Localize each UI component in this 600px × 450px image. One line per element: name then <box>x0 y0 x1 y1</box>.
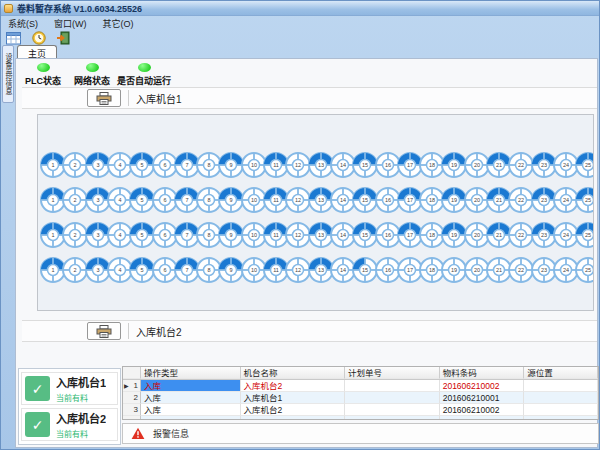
table-cell[interactable] <box>345 416 440 420</box>
svg-text:15: 15 <box>362 162 368 168</box>
column-header[interactable]: 机台名称 <box>241 367 346 379</box>
table-cell[interactable]: 入库机台1 <box>241 392 346 404</box>
operations-table[interactable]: 操作类型机台名称计划单号物料条码源位置▶1入库入库机台2201606210002… <box>122 366 599 420</box>
svg-text:20: 20 <box>474 162 480 168</box>
svg-text:6: 6 <box>163 162 166 168</box>
status-light-icon <box>37 63 50 72</box>
table-cell[interactable] <box>524 392 598 404</box>
table-cell[interactable]: 201606210001 <box>440 392 525 404</box>
table-row[interactable]: 4 <box>123 416 598 420</box>
status-indicator: PLC状态 <box>20 60 66 87</box>
column-header[interactable]: 物料条码 <box>440 367 525 379</box>
alarm-label: 报警信息 <box>153 427 189 440</box>
table-cell[interactable]: 入库 <box>141 380 241 392</box>
table-header-row: 操作类型机台名称计划单号物料条码源位置 <box>123 367 598 380</box>
svg-text:19: 19 <box>451 197 457 203</box>
check-icon: ✓ <box>25 412 50 437</box>
machine-card-title: 入库机台2 <box>56 410 106 426</box>
svg-text:16: 16 <box>384 232 390 238</box>
table-cell[interactable]: 201606210002 <box>440 404 525 416</box>
svg-text:9: 9 <box>230 232 233 238</box>
print-button-machine1[interactable] <box>87 89 121 107</box>
svg-text:15: 15 <box>362 232 368 238</box>
printer-icon <box>96 325 112 338</box>
svg-text:15: 15 <box>362 267 368 273</box>
status-row: PLC状态网络状态是否自动运行 <box>20 60 170 87</box>
table-cell[interactable] <box>345 404 440 416</box>
svg-text:10: 10 <box>251 197 257 203</box>
svg-text:6: 6 <box>163 197 166 203</box>
table-cell[interactable] <box>524 380 598 392</box>
table-cell[interactable]: 入库机台2 <box>241 404 346 416</box>
menubar: 系统(S) 窗口(W) 其它(O) <box>1 17 600 29</box>
status-label: 是否自动运行 <box>117 74 171 87</box>
alarm-bar: 报警信息 <box>122 423 599 444</box>
svg-text:21: 21 <box>496 267 502 273</box>
check-icon: ✓ <box>25 376 50 401</box>
clock-icon[interactable] <box>30 31 47 45</box>
main-panel: PLC状态网络状态是否自动运行 入库机台1 123456789101112131… <box>15 58 598 448</box>
slot-circle-r4-25: 25 <box>574 256 594 284</box>
svg-text:5: 5 <box>141 232 144 238</box>
svg-text:14: 14 <box>340 197 346 203</box>
machine-card-status: 当前有料 <box>56 428 106 439</box>
machine2-title: 入库机台2 <box>136 324 182 339</box>
svg-text:2: 2 <box>74 162 77 168</box>
column-header[interactable]: 源位置 <box>524 367 598 379</box>
table-cell[interactable]: 入库机台2 <box>241 380 346 392</box>
svg-text:12: 12 <box>295 232 301 238</box>
warning-icon <box>131 427 145 440</box>
table-cell[interactable] <box>440 416 525 420</box>
menu-system[interactable]: 系统(S) <box>8 17 38 30</box>
svg-text:11: 11 <box>273 267 279 273</box>
svg-text:25: 25 <box>585 197 591 203</box>
table-cell[interactable]: 201606210002 <box>440 380 525 392</box>
menu-window[interactable]: 窗口(W) <box>54 17 87 30</box>
table-row[interactable]: ▶1入库入库机台2201606210002 <box>123 380 598 392</box>
table-row[interactable]: 3入库入库机台2201606210002 <box>123 404 598 416</box>
tabstrip: 主页 <box>17 45 57 58</box>
row-header: 2 <box>123 392 141 404</box>
table-cell[interactable] <box>241 416 346 420</box>
svg-text:9: 9 <box>230 162 233 168</box>
machine1-title: 入库机台1 <box>136 91 182 106</box>
machine-status-cards: ✓入库机台1当前有料✓入库机台2当前有料 <box>18 368 121 445</box>
header-separator <box>128 323 129 339</box>
table-cell[interactable] <box>524 404 598 416</box>
svg-text:7: 7 <box>185 197 188 203</box>
column-header[interactable]: 计划单号 <box>345 367 440 379</box>
svg-text:4: 4 <box>118 267 121 273</box>
row-number: 3 <box>134 404 138 416</box>
svg-text:5: 5 <box>141 197 144 203</box>
table-cell[interactable] <box>345 380 440 392</box>
status-light-icon <box>86 63 99 72</box>
svg-text:23: 23 <box>541 267 547 273</box>
exit-icon[interactable] <box>55 31 72 45</box>
table-cell[interactable] <box>524 416 598 420</box>
svg-text:5: 5 <box>141 267 144 273</box>
svg-text:9: 9 <box>230 267 233 273</box>
slot-circle-r3-25: 25 <box>574 221 594 249</box>
svg-text:22: 22 <box>518 232 524 238</box>
calendar-icon[interactable] <box>5 31 22 45</box>
svg-text:4: 4 <box>118 232 121 238</box>
svg-text:6: 6 <box>163 267 166 273</box>
row-header: ▶1 <box>123 380 141 392</box>
tab-home[interactable]: 主页 <box>17 45 57 58</box>
svg-text:8: 8 <box>208 197 211 203</box>
column-header[interactable]: 操作类型 <box>141 367 241 379</box>
side-dock-tab[interactable]: 设备监控信息 <box>2 45 14 103</box>
machine-card: ✓入库机台2当前有料 <box>21 408 118 441</box>
toolbar <box>1 30 600 45</box>
svg-text:22: 22 <box>518 162 524 168</box>
table-cell[interactable] <box>345 392 440 404</box>
table-row[interactable]: 2入库入库机台1201606210001 <box>123 392 598 404</box>
svg-text:7: 7 <box>185 267 188 273</box>
table-cell[interactable] <box>141 416 241 420</box>
svg-text:10: 10 <box>251 232 257 238</box>
app-window: { "titlebar": { "title": "卷料暂存系统 V1.0.60… <box>0 0 600 450</box>
menu-other[interactable]: 其它(O) <box>103 17 134 30</box>
table-cell[interactable]: 入库 <box>141 404 241 416</box>
print-button-machine2[interactable] <box>87 322 121 340</box>
table-cell[interactable]: 入库 <box>141 392 241 404</box>
